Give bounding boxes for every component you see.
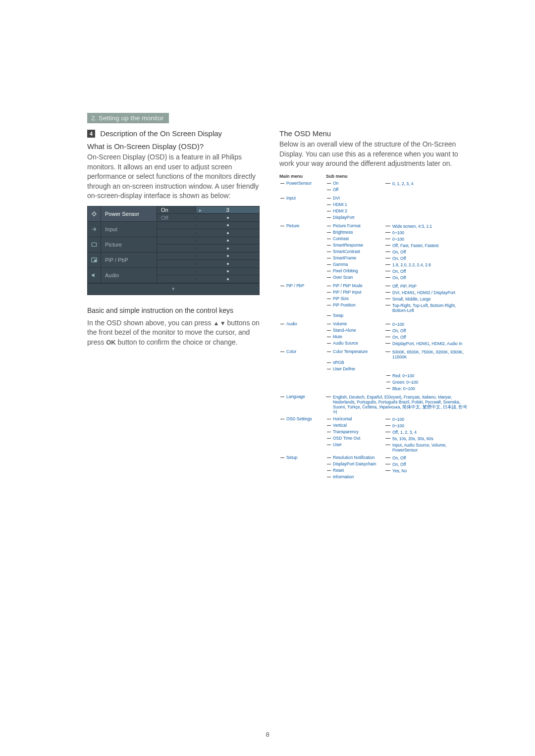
osd-value-3[interactable]: ▸3 <box>196 207 259 213</box>
tree-value: On, Off <box>392 334 468 340</box>
tree-value: On, Off <box>392 455 468 460</box>
tree-value: Yes, No <box>392 468 468 473</box>
osd-sub-off[interactable]: Off <box>157 215 196 221</box>
tree-nested: Red: 0~100 <box>392 373 468 378</box>
tree-main-item: Color <box>286 349 326 354</box>
tree-value: Wide screen, 4:3, 1:1 <box>392 223 468 229</box>
page-number: 8 <box>0 731 535 738</box>
tree-sub-item: On <box>333 181 385 186</box>
tree-sub-item: Stand-Alone <box>333 328 385 333</box>
tree-sub-item: HDMI 2 <box>333 208 385 213</box>
tree-sub-item: SmartResponse <box>333 243 385 248</box>
tree-sub-item: OSD Time Out <box>333 436 385 441</box>
tree-sub-item: PiP Position <box>333 302 385 307</box>
tree-sub-item: User <box>333 442 385 447</box>
tree-sub-item: Off <box>333 187 385 192</box>
tree-value: Off, PiP, PbP <box>392 283 468 289</box>
tree-sub-item: Swap <box>333 313 385 318</box>
tree-main-item: PiP / PbP <box>286 283 326 288</box>
tree-value: Top-Right, Top-Left, Bottom-Right, Botto… <box>392 302 468 313</box>
keys-heading: Basic and simple instruction on the cont… <box>87 306 263 315</box>
tree-value: DVI, HDMI1, HDMI2 / DisplayPort <box>392 290 468 295</box>
tree-sub-item: Over Scan <box>333 275 385 280</box>
tree-sub-item: PiP / PbP Input <box>333 290 385 295</box>
svg-point-0 <box>93 212 96 215</box>
section-heading: 4 Description of the On Screen Display <box>87 129 263 138</box>
osd-item-input[interactable]: Input <box>101 222 157 237</box>
tree-sub-item: sRGB <box>333 360 385 365</box>
tree-sub-item: PiP Size <box>333 296 385 301</box>
tree-value: On, Off <box>392 255 468 261</box>
svg-rect-3 <box>95 260 97 261</box>
osd-item-audio[interactable]: Audio <box>101 268 157 283</box>
tree-main-item: OSD Settings <box>286 416 326 421</box>
chevron-right-icon: ▸ <box>199 207 202 213</box>
tree-sub-item: SmartFrame <box>333 255 385 260</box>
tree-nested: Green: 0~100 <box>392 379 468 385</box>
tree-sub-item: User Define <box>333 366 385 371</box>
what-heading: What is On-Screen Display (OSD)? <box>87 142 263 151</box>
tree-value: 0~100 <box>392 230 468 235</box>
section-title: Description of the On Screen Display <box>100 129 222 138</box>
osd-more-indicator[interactable]: ▾ <box>88 283 259 295</box>
power-sensor-icon <box>88 206 101 221</box>
osd-tree: PowerSensorOn0, 1, 2, 3, 4OffInputDVIHDM… <box>279 181 468 481</box>
tree-value: Input, Audio Source, Volume, PowerSensor <box>392 442 468 453</box>
tree-nested: Blue: 0~100 <box>392 386 468 391</box>
tree-sub-item: DVI <box>333 196 385 201</box>
tree-header: Main menu Sub menu <box>279 174 468 179</box>
svg-rect-1 <box>92 243 96 246</box>
tree-sub-item: Reset <box>333 468 385 473</box>
keys-body: In the OSD shown above, you can press ▲ … <box>87 318 263 348</box>
tree-value: On, Off <box>392 328 468 333</box>
input-icon <box>88 222 101 237</box>
picture-icon <box>88 237 101 252</box>
tree-value: On, Off <box>392 268 468 274</box>
ok-key: OK <box>106 339 116 346</box>
tree-value: 0~100 <box>392 236 468 242</box>
tree-sub-item: PiP / PbP Mode <box>333 283 385 288</box>
tree-value: DisplayPort, HDMI1, HDMI2, Audio In <box>392 341 468 346</box>
chapter-tag: 2. Setting up the monitor <box>87 113 169 123</box>
tree-main-item: Language <box>286 394 326 399</box>
osd-item-picture[interactable]: Picture <box>101 237 157 252</box>
tree-value: 0~100 <box>392 423 468 428</box>
tree-sub-item: Gamma <box>333 262 385 267</box>
tree-sub-item: Color Temperature <box>333 349 385 354</box>
tree-value: 0~100 <box>392 321 468 327</box>
tree-header-main: Main menu <box>279 174 326 179</box>
osd-menu-heading: The OSD Menu <box>279 129 468 138</box>
tree-value: On, Off <box>392 461 468 467</box>
tree-sub-item: Mute <box>333 334 385 339</box>
osd-mockup: Power Sensor On ▸3 Off <box>87 206 260 295</box>
tree-value: On, Off <box>392 249 468 254</box>
up-down-icon: ▲ ▼ <box>213 320 225 327</box>
what-body: On-Screen Display (OSD) is a feature in … <box>87 152 263 201</box>
pip-icon <box>88 252 101 267</box>
tree-header-sub: Sub menu <box>326 174 348 179</box>
tree-main-item: Picture <box>286 223 326 228</box>
tree-main-item: Setup <box>286 455 326 460</box>
osd-sub-on[interactable]: On <box>157 207 196 213</box>
tree-sub-item: Audio Source <box>333 341 385 346</box>
tree-sub-item: DisplayPort Daisychain <box>333 461 385 466</box>
audio-icon <box>88 268 101 283</box>
tree-value: 0, 1, 2, 3, 4 <box>392 181 468 186</box>
tree-sub-item: Contrast <box>333 236 385 241</box>
tree-main-item: PowerSensor <box>286 181 326 186</box>
osd-item-power-sensor[interactable]: Power Sensor <box>101 206 157 221</box>
tree-value: Small, Middle, Large <box>392 296 468 302</box>
tree-value: Off, Fast, Faster, Fastest <box>392 243 468 248</box>
tree-value: 1.8, 2.0, 2.2, 2.4, 2.6 <box>392 262 468 267</box>
osd-value-dot <box>196 217 259 219</box>
tree-value: English, Deutsch, Español, Ελληνική, Fra… <box>333 394 468 415</box>
tree-sub-item: HDMI 1 <box>333 202 385 207</box>
tree-sub-item: Volume <box>333 321 385 326</box>
tree-sub-item: Pixel Orbiting <box>333 268 385 273</box>
tree-sub-item: Information <box>333 474 385 479</box>
tree-sub-item: Picture Format <box>333 223 385 228</box>
tree-main-item: Input <box>286 196 326 201</box>
tree-sub-item: Resolution Notification <box>333 455 385 460</box>
osd-item-pip[interactable]: PiP / PbP <box>101 252 157 267</box>
tree-sub-item: Horizontal <box>333 416 385 421</box>
